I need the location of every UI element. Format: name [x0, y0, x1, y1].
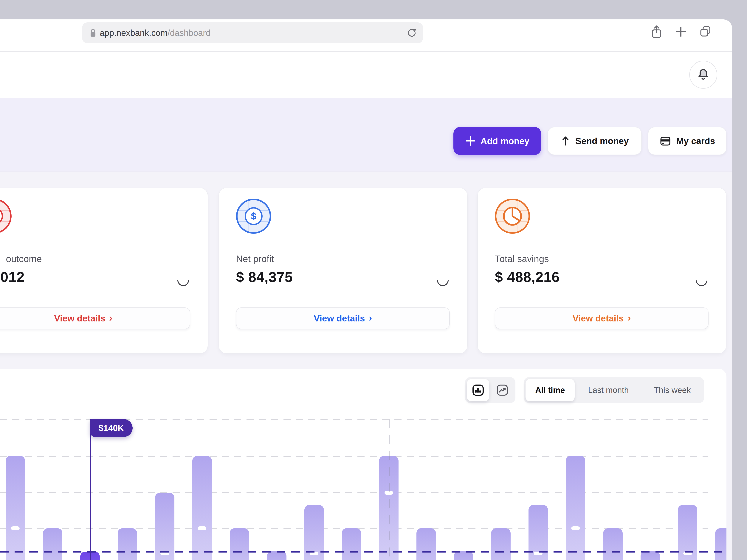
view-details-button[interactable]: View details› [236, 308, 450, 329]
lock-icon [89, 28, 96, 38]
chart-gridline [0, 456, 708, 457]
address-bar[interactable]: app.nexbank.com/dashboard [82, 22, 423, 43]
target-circle-icon [0, 198, 11, 234]
my-cards-label: My cards [676, 136, 715, 146]
chart-bar[interactable] [641, 551, 660, 560]
chart-baseline [0, 551, 726, 553]
arrow-up-icon [561, 135, 570, 146]
view-details-button[interactable]: View details› [495, 308, 709, 329]
bar-chart-icon [472, 384, 484, 396]
chevron-right-icon: › [109, 313, 112, 323]
chart-bar[interactable] [43, 528, 62, 560]
credit-card-icon [660, 135, 671, 147]
card-value: 012 [0, 269, 208, 285]
line-chart-view-button[interactable] [491, 379, 514, 401]
chevron-right-icon: › [369, 313, 372, 323]
filter-last-month[interactable]: Last month [576, 385, 640, 395]
chart-bar[interactable] [603, 528, 623, 560]
bar-notch [571, 526, 580, 530]
chart-bar[interactable] [230, 528, 249, 560]
view-details-label: View details [54, 313, 105, 323]
reload-icon[interactable] [406, 27, 418, 38]
browser-toolbar: app.nexbank.com/dashboard [0, 20, 732, 52]
pie-chart-icon [495, 198, 530, 234]
chart-crosshair-line [90, 419, 91, 560]
chart-bar[interactable] [155, 493, 175, 560]
view-details-button[interactable]: View details› [0, 308, 190, 329]
filter-this-week[interactable]: This week [642, 385, 702, 395]
chart-bar[interactable] [454, 551, 473, 560]
card-value: $ 488,216 [495, 269, 726, 285]
chart-tooltip: $140K [90, 419, 133, 437]
send-money-label: Send money [575, 136, 628, 146]
chart-bar[interactable] [118, 528, 137, 560]
chart-gridline [0, 492, 708, 494]
line-chart-icon [496, 384, 508, 396]
chart-bar[interactable] [491, 528, 511, 560]
time-filter: All time Last month This week [524, 377, 704, 403]
chart-type-toggle [465, 377, 515, 403]
chart-bar[interactable] [342, 528, 361, 560]
chart-bar[interactable] [715, 528, 726, 560]
my-cards-button[interactable]: My cards [648, 127, 726, 155]
notifications-button[interactable] [689, 61, 717, 89]
send-money-button[interactable]: Send money [547, 127, 642, 155]
card-label: Net profit [236, 254, 467, 264]
view-details-label: View details [572, 313, 624, 323]
eye-closed-icon[interactable] [437, 279, 448, 288]
chart-bar[interactable] [6, 456, 25, 560]
filter-all-time[interactable]: All time [525, 379, 575, 401]
chart-bar[interactable] [416, 528, 436, 560]
stat-card-total-savings: Total savings $ 488,216 View details› [477, 188, 726, 354]
share-icon[interactable] [650, 25, 663, 38]
add-money-label: Add money [481, 136, 529, 146]
chart-card: $140K All time Last month This week [0, 369, 726, 560]
bar-notch [11, 526, 20, 530]
quick-actions: Add money Send money My cards [454, 127, 726, 155]
tab-overview-icon[interactable] [698, 25, 712, 38]
card-value: $ 84,375 [236, 269, 467, 285]
chart-bar[interactable] [566, 456, 585, 560]
dollar-target-icon: $ [236, 198, 271, 234]
plus-icon [465, 136, 475, 146]
dollar-glyph: $ [244, 207, 263, 225]
add-money-button[interactable]: Add money [454, 127, 541, 155]
bar-chart-view-button[interactable] [467, 379, 489, 401]
chevron-right-icon: › [627, 313, 631, 323]
chart-bar[interactable] [192, 456, 212, 560]
new-tab-icon[interactable] [674, 25, 688, 38]
stat-card-outcome: outcome 012 View details› [0, 188, 208, 354]
chart-vertical-gridline [688, 419, 688, 560]
bar-notch [198, 526, 206, 530]
card-label: Total savings [495, 254, 726, 264]
eye-closed-icon[interactable] [177, 279, 189, 288]
card-label: outcome [6, 254, 208, 264]
chart-vertical-gridline [389, 419, 390, 560]
chart-bar[interactable] [267, 551, 286, 560]
notification-bell-icon [697, 68, 710, 81]
browser-window: app.nexbank.com/dashboard [0, 20, 732, 560]
stat-card-net-profit: $ Net profit $ 84,375 View details› [218, 188, 468, 354]
url-text: app.nexbank.com/dashboard [100, 28, 210, 38]
view-details-label: View details [314, 313, 365, 323]
eye-closed-icon[interactable] [696, 279, 707, 288]
